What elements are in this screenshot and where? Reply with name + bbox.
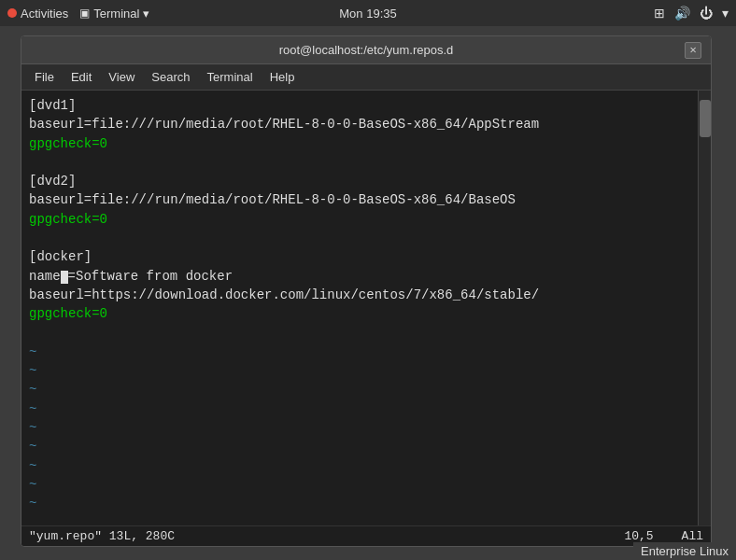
line-5: [dvd2] [29,172,690,190]
tilde-9: ~ [29,494,690,512]
line-1: [dvd1] [29,96,690,115]
terminal-text-area[interactable]: [dvd1] baseurl=file:///run/media/root/RH… [21,91,698,525]
tilde-2: ~ [29,361,690,380]
window-title: root@localhost:/etc/yum.repos.d [279,43,454,57]
terminal-app-name: Terminal [93,7,139,21]
activities-button[interactable]: Activities [7,7,68,21]
line-4 [29,153,690,172]
line-2: baseurl=file:///run/media/root/RHEL-8-0-… [29,115,690,133]
line-3: gpgcheck=0 [29,134,690,153]
terminal-dropdown-icon: ▾ [143,7,149,21]
system-bar: Activities ▣ Terminal ▾ Mon 19:35 ⊞ 🔊 ⏻ … [0,0,736,26]
menu-file[interactable]: File [27,68,62,86]
close-icon: ✕ [689,43,696,57]
line-7: gpgcheck=0 [29,210,690,229]
line-12: gpgcheck=0 [29,304,690,323]
line-9: [docker] [29,247,690,266]
menu-search[interactable]: Search [144,68,197,86]
terminal-content-area[interactable]: [dvd1] baseurl=file:///run/media/root/RH… [21,91,711,525]
cursor-position: 10,5 [624,529,653,543]
line-13 [29,324,690,343]
line-10: name=Software from docker [29,267,690,286]
menu-bar: File Edit View Search Terminal Help [21,64,711,91]
system-bar-right: ⊞ 🔊 ⏻ ▾ [654,6,729,21]
clock-display: Mon 19:35 [339,7,396,21]
activities-dot-icon [7,8,17,18]
vertical-scrollbar[interactable] [698,91,711,525]
tilde-5: ~ [29,418,690,437]
menu-help[interactable]: Help [262,68,303,86]
status-right: 10,5 All [624,529,703,543]
tilde-4: ~ [29,399,690,418]
settings-icon[interactable]: ▾ [722,6,729,21]
tilde-1: ~ [29,343,690,361]
menu-edit[interactable]: Edit [64,68,99,86]
enterprise-label: Enterprise Linux [633,542,736,560]
volume-icon[interactable]: 🔊 [674,6,690,21]
terminal-icon: ▣ [79,7,90,20]
title-bar: root@localhost:/etc/yum.repos.d ✕ [21,36,711,64]
system-bar-left: Activities ▣ Terminal ▾ [7,7,149,21]
status-filename: "yum.repo" 13L, 280C [29,529,175,543]
network-icon[interactable]: ⊞ [654,6,665,21]
menu-view[interactable]: View [101,68,142,86]
scrollbar-thumb[interactable] [700,100,711,137]
terminal-window: root@localhost:/etc/yum.repos.d ✕ File E… [21,35,712,547]
scroll-mode: All [682,529,703,543]
line-8 [29,229,690,247]
tilde-7: ~ [29,456,690,475]
activities-label: Activities [21,7,68,21]
cursor [61,271,68,284]
close-button[interactable]: ✕ [685,42,701,59]
line-6: baseurl=file:///run/media/root/RHEL-8-0-… [29,190,690,209]
system-bar-clock: Mon 19:35 [339,7,396,21]
status-bar: "yum.repo" 13L, 280C 10,5 All [21,525,711,546]
tilde-8: ~ [29,475,690,494]
tilde-6: ~ [29,437,690,455]
power-icon[interactable]: ⏻ [700,6,713,21]
terminal-app-label[interactable]: ▣ Terminal ▾ [79,7,149,21]
tilde-3: ~ [29,380,690,399]
menu-terminal[interactable]: Terminal [200,68,261,86]
line-11: baseurl=https://download.docker.com/linu… [29,286,690,304]
